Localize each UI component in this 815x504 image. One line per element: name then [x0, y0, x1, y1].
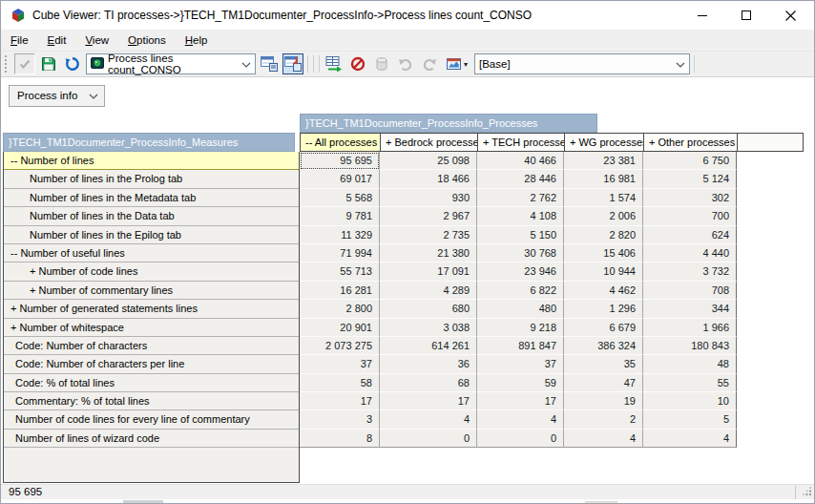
redo-icon[interactable] — [419, 53, 440, 74]
column-header[interactable]: + Bedrock processes — [381, 134, 478, 151]
row-header[interactable]: Code: % of total lines — [4, 374, 299, 392]
data-cell[interactable]: 4 — [380, 410, 477, 429]
pivot-grid-icon[interactable] — [259, 53, 280, 74]
row-header[interactable]: Code: Number of characters — [4, 337, 299, 355]
data-cell[interactable]: 69 017 — [300, 170, 380, 188]
data-cell[interactable]: 6 822 — [477, 282, 564, 300]
data-cell[interactable]: 5 150 — [477, 226, 564, 244]
data-cell[interactable]: 2 735 — [380, 226, 477, 244]
data-cell[interactable]: 30 768 — [477, 244, 564, 262]
data-cell[interactable]: 25 098 — [380, 152, 477, 170]
data-cell[interactable]: 10 — [643, 392, 737, 410]
apply-check-icon[interactable] — [14, 53, 35, 74]
refresh-icon[interactable] — [62, 53, 83, 74]
data-cell[interactable]: 37 — [300, 355, 380, 373]
minimize-button[interactable] — [680, 1, 724, 30]
data-cell[interactable]: 4 440 — [643, 244, 737, 262]
data-cell[interactable]: 4 — [643, 430, 737, 448]
data-cell[interactable]: 2 762 — [477, 189, 564, 207]
data-cell[interactable]: 0 — [477, 430, 564, 448]
toolbar-grip[interactable] — [5, 55, 9, 73]
row-header[interactable]: + Number of commentary lines — [4, 282, 299, 300]
row-header[interactable]: Number of lines of wizard code — [4, 430, 299, 448]
column-header[interactable]: + TECH processes — [478, 134, 565, 151]
data-cell[interactable]: 344 — [643, 300, 737, 318]
data-cell[interactable]: 3 — [300, 410, 380, 429]
data-cell[interactable]: 4 462 — [564, 282, 643, 300]
data-cell[interactable]: 680 — [380, 300, 477, 318]
row-header[interactable]: Number of lines in the Prolog tab — [4, 170, 299, 188]
data-cell[interactable]: 59 — [477, 374, 564, 392]
data-cell[interactable]: 5 — [643, 410, 737, 429]
data-cell[interactable]: 1 574 — [564, 189, 643, 207]
data-cell[interactable]: 4 108 — [477, 207, 564, 225]
data-cell[interactable]: 4 289 — [380, 282, 477, 300]
maximize-button[interactable] — [724, 1, 768, 30]
data-cell[interactable]: 55 — [643, 374, 737, 392]
data-cell[interactable]: 930 — [380, 189, 477, 207]
row-header[interactable]: Commentary: % of total lines — [4, 392, 299, 410]
data-cell[interactable]: 8 — [300, 430, 380, 448]
resize-grip-icon[interactable] — [803, 487, 812, 498]
data-cell[interactable]: 2 800 — [300, 300, 380, 318]
data-cell[interactable]: 3 038 — [380, 319, 477, 337]
data-cell[interactable]: 614 261 — [380, 337, 477, 355]
data-cell[interactable]: 1 296 — [564, 300, 643, 318]
row-header[interactable]: -- Number of useful lines — [4, 244, 299, 262]
row-header[interactable]: Number of lines in the Epilog tab — [4, 226, 299, 244]
data-cell[interactable]: 18 466 — [380, 170, 477, 188]
menu-file[interactable]: File — [1, 30, 38, 51]
row-header[interactable]: Number of lines in the Metadata tab — [4, 189, 299, 207]
data-cell[interactable]: 17 — [300, 392, 380, 410]
auto-recalculate-icon[interactable] — [324, 53, 345, 74]
close-button[interactable] — [768, 1, 812, 30]
column-dimension-bar[interactable]: }TECH_TM1Documenter_ProcessInfo_Processe… — [300, 114, 597, 133]
base-selector[interactable]: [Base] — [474, 53, 690, 74]
data-cell[interactable]: 16 981 — [564, 170, 643, 188]
data-cell[interactable]: 17 091 — [380, 262, 477, 281]
data-cell[interactable]: 37 — [477, 355, 564, 373]
process-info-selector[interactable]: Process info — [9, 85, 105, 107]
snapshot-cylinder-icon[interactable] — [371, 53, 392, 74]
menu-view[interactable]: View — [75, 30, 118, 51]
data-cell[interactable]: 5 124 — [643, 170, 737, 188]
data-cell[interactable]: 4 — [477, 410, 564, 429]
data-cell[interactable]: 2 820 — [564, 226, 643, 244]
row-header[interactable]: -- Number of lines — [4, 152, 299, 170]
data-cell[interactable]: 16 281 — [300, 282, 380, 300]
data-cell[interactable]: 4 — [564, 430, 643, 448]
data-cell[interactable]: 302 — [643, 189, 737, 207]
row-header[interactable]: Number of code lines for every line of c… — [4, 410, 299, 429]
data-cell[interactable]: 6 679 — [564, 319, 643, 337]
data-cell[interactable]: 71 994 — [300, 244, 380, 262]
row-header[interactable]: + Number of generated statements lines — [4, 300, 299, 318]
undo-icon[interactable] — [395, 53, 416, 74]
data-cell[interactable]: 0 — [380, 430, 477, 448]
data-cell[interactable]: 21 380 — [380, 244, 477, 262]
menu-options[interactable]: Options — [118, 30, 176, 51]
view-selector[interactable]: Process lines count_CONSO — [86, 53, 256, 74]
row-header[interactable]: + Number of code lines — [4, 262, 299, 281]
data-cell[interactable]: 17 — [380, 392, 477, 410]
data-cell[interactable]: 3 732 — [643, 262, 737, 281]
data-cell[interactable]: 20 901 — [300, 319, 380, 337]
data-cell[interactable]: 47 — [564, 374, 643, 392]
column-header[interactable]: + WG processes — [565, 134, 644, 151]
save-icon[interactable] — [38, 53, 59, 74]
suppress-zeroes-icon[interactable] — [347, 53, 368, 74]
data-cell[interactable]: 386 324 — [564, 337, 643, 355]
data-cell[interactable]: 95 695 — [300, 152, 380, 170]
data-cell[interactable]: 9 781 — [300, 207, 380, 225]
row-dimension-bar[interactable]: }TECH_TM1Documenter_ProcessInfo_Measures — [3, 133, 295, 152]
row-header[interactable]: Code: Number of characters per line — [4, 355, 299, 373]
data-cell[interactable]: 1 966 — [643, 319, 737, 337]
data-cell[interactable]: 480 — [477, 300, 564, 318]
data-cell[interactable]: 5 568 — [300, 189, 380, 207]
data-cell[interactable]: 36 — [380, 355, 477, 373]
data-cell[interactable]: 58 — [300, 374, 380, 392]
row-header[interactable]: Number of lines in the Data tab — [4, 207, 299, 225]
data-cell[interactable]: 9 218 — [477, 319, 564, 337]
data-cell[interactable]: 11 329 — [300, 226, 380, 244]
data-cell[interactable]: 624 — [643, 226, 737, 244]
data-cell[interactable]: 48 — [643, 355, 737, 373]
